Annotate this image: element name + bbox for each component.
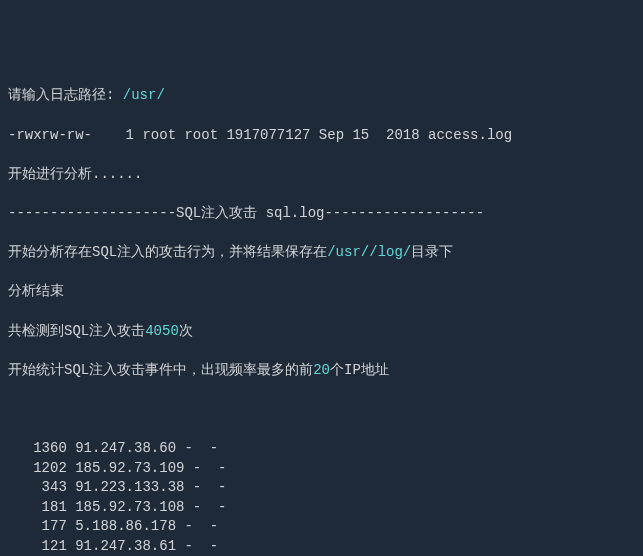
sql-detect-prefix: 共检测到SQL注入攻击	[8, 323, 145, 339]
prompt-value: /usr/	[123, 87, 165, 103]
sql-stats-n: 20	[313, 362, 330, 378]
table-row: 121 91.247.38.61 - -	[8, 537, 635, 556]
file-listing: -rwxrw-rw- 1 root root 1917077127 Sep 15…	[8, 126, 635, 146]
sql-begin-line: 开始分析存在SQL注入的攻击行为，并将结果保存在/usr//log/目录下	[8, 243, 635, 263]
table-row: 343 91.223.133.38 - -	[8, 478, 635, 498]
blank-line	[8, 400, 635, 420]
prompt-label: 请输入日志路径:	[8, 87, 114, 103]
table-row: 1360 91.247.38.60 - -	[8, 439, 635, 459]
sql-detect-suffix: 次	[179, 323, 193, 339]
sql-save-path: /usr//log/	[327, 244, 411, 260]
sql-detect-count: 4050	[145, 323, 179, 339]
sql-suffix: 目录下	[411, 244, 453, 260]
table-row: 1202 185.92.73.109 - -	[8, 459, 635, 479]
ip-table: 1360 91.247.38.60 - - 1202 185.92.73.109…	[8, 439, 635, 556]
table-row: 177 5.188.86.178 - -	[8, 517, 635, 537]
prompt-line: 请输入日志路径: /usr/	[8, 86, 635, 106]
sql-stats-prefix: 开始统计SQL注入攻击事件中，出现频率最多的前	[8, 362, 313, 378]
table-row: 181 185.92.73.108 - -	[8, 498, 635, 518]
sql-detect-line: 共检测到SQL注入攻击4050次	[8, 322, 635, 342]
start-msg: 开始进行分析......	[8, 165, 635, 185]
sql-stats-line: 开始统计SQL注入攻击事件中，出现频率最多的前20个IP地址	[8, 361, 635, 381]
sql-begin-text: 开始分析存在SQL注入的攻击行为，并将结果保存在	[8, 244, 327, 260]
sql-stats-suffix: 个IP地址	[330, 362, 389, 378]
sql-divider: --------------------SQL注入攻击 sql.log-----…	[8, 204, 635, 224]
sql-end: 分析结束	[8, 282, 635, 302]
